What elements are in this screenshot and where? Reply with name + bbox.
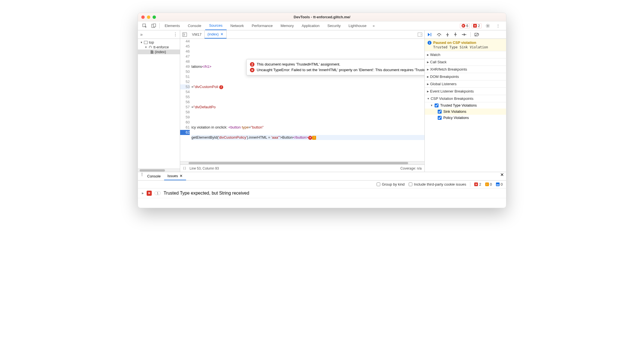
debugger-panel: iPaused on CSP violation Trusted Type Si…: [424, 30, 506, 172]
tree-top[interactable]: ▼top: [138, 40, 180, 45]
tab-performance[interactable]: Performance: [248, 21, 276, 30]
main-tabbar: Elements Console Sources Network Perform…: [138, 21, 506, 30]
drawer-menu-icon[interactable]: ⋮: [140, 172, 144, 180]
svg-rect-4: [144, 41, 147, 44]
third-party-checkbox[interactable]: Include third-party cookie issues: [409, 182, 466, 186]
navigator-head: » ⋮: [138, 30, 180, 39]
file-tabs: VM17 (index)✕: [180, 30, 424, 39]
drawer-toolbar: Group by kind Include third-party cookie…: [138, 181, 506, 188]
tab-application[interactable]: Application: [298, 21, 324, 30]
tree-file-index[interactable]: (index): [138, 49, 180, 54]
nav-sidebar-icon[interactable]: [180, 30, 189, 39]
deactivate-bp-icon[interactable]: [475, 33, 479, 37]
error-icon: ✕: [250, 68, 254, 72]
checkbox-sink[interactable]: [438, 110, 442, 114]
error-count: 6: [466, 24, 468, 28]
section-csp[interactable]: ▼CSP Violation Breakpoints: [425, 95, 506, 102]
pause-banner: iPaused on CSP violation Trusted Type Si…: [425, 39, 506, 51]
issue-row-1[interactable]: ▶ ✕ 1 Trusted Type expected, but String …: [138, 188, 506, 198]
svg-text:i: i: [429, 41, 430, 44]
step-icon[interactable]: [461, 33, 466, 37]
file-tab-vm17[interactable]: VM17: [189, 30, 205, 39]
csp-trusted-types[interactable]: ▼Trusted Type Violations: [425, 102, 506, 109]
csp-policy[interactable]: Policy Violations: [425, 115, 506, 121]
warning-icon[interactable]: !: [312, 136, 316, 140]
svg-rect-2: [153, 24, 156, 27]
checkbox-trusted-types[interactable]: [435, 103, 439, 107]
inspect-icon[interactable]: [140, 21, 149, 30]
svg-point-11: [455, 33, 456, 33]
editor-hscrollbar[interactable]: [180, 161, 424, 165]
issue-error-icon: ✕: [147, 191, 152, 196]
issues-badge[interactable]: ✕2: [471, 23, 482, 28]
navigator-scrollbar[interactable]: [138, 168, 180, 172]
tab-security[interactable]: Security: [323, 21, 345, 30]
drawer-warn-count: !0: [485, 182, 492, 186]
traffic-lights: [141, 15, 156, 19]
tab-console[interactable]: Console: [184, 21, 205, 30]
section-watch[interactable]: ▶Watch: [425, 51, 506, 58]
gutter: 44454647484950515253545556575859606162: [180, 39, 191, 161]
resume-icon[interactable]: [428, 33, 433, 37]
issue-count: 1: [155, 191, 161, 195]
more-tabs-icon[interactable]: »: [370, 21, 377, 30]
close-icon[interactable]: [141, 15, 145, 19]
step-into-icon[interactable]: [446, 33, 450, 37]
drawer: ⋮ Console Issues✕ ✕ Group by kind Includ…: [138, 172, 506, 208]
drawer-error-count: ✕2: [474, 182, 481, 186]
close-drawer-icon[interactable]: ✕: [500, 172, 504, 180]
tab-lighthouse[interactable]: Lighthouse: [345, 21, 370, 30]
drawer-tabs: ⋮ Console Issues✕ ✕: [138, 172, 506, 181]
pause-subtitle: Trusted Type Sink Violation: [428, 45, 506, 49]
tooltip-msg-2: Uncaught TypeError: Failed to set the 'i…: [257, 68, 424, 72]
drawer-tab-issues[interactable]: Issues✕: [164, 172, 186, 180]
section-global[interactable]: ▶Global Listeners: [425, 80, 506, 88]
error-badge[interactable]: ✕6: [460, 23, 470, 28]
step-over-icon[interactable]: [437, 33, 442, 37]
close-tab-icon[interactable]: ✕: [220, 32, 223, 36]
close-drawer-tab-icon[interactable]: ✕: [180, 174, 183, 178]
tab-sources[interactable]: Sources: [205, 21, 227, 30]
minimize-icon[interactable]: [147, 15, 150, 19]
maximize-icon[interactable]: [153, 15, 156, 19]
svg-point-10: [447, 36, 448, 37]
menu-icon[interactable]: ⋮: [494, 24, 502, 28]
tab-network[interactable]: Network: [227, 21, 248, 30]
editor-panel: VM17 (index)✕ 44454647484950515253545556…: [180, 30, 424, 172]
tab-elements[interactable]: Elements: [161, 21, 184, 30]
section-dom[interactable]: ▶DOM Breakpoints: [425, 73, 506, 80]
section-callstack[interactable]: ▶Call Stack: [425, 58, 506, 66]
error-icon[interactable]: 2: [219, 85, 223, 89]
svg-point-12: [466, 34, 466, 35]
device-icon[interactable]: [149, 21, 158, 30]
tree-domain[interactable]: ▼tt-enforce: [138, 45, 180, 49]
tab-memory[interactable]: Memory: [277, 21, 298, 30]
issues-count: 2: [478, 24, 480, 28]
svg-point-3: [487, 25, 489, 26]
file-tab-index[interactable]: (index)✕: [205, 30, 227, 39]
group-by-kind-checkbox[interactable]: Group by kind: [377, 182, 405, 186]
code-content: lations</h1> ="divCustomPoli 2 ="divDefa…: [191, 39, 424, 161]
section-event[interactable]: ▶Event Listener Breakpoints: [425, 88, 506, 95]
more-navs-icon[interactable]: »: [140, 32, 143, 37]
csp-sink[interactable]: Sink Violations: [425, 109, 506, 115]
drawer-tab-console[interactable]: Console: [144, 172, 164, 180]
error-icon[interactable]: ✕: [308, 136, 312, 140]
gear-icon[interactable]: [483, 24, 492, 28]
issue-text: Trusted Type expected, but String receiv…: [164, 191, 249, 196]
checkbox-policy[interactable]: [438, 116, 442, 120]
svg-rect-8: [431, 33, 431, 36]
code-editor[interactable]: 44454647484950515253545556575859606162 l…: [180, 39, 424, 161]
error-count-icon: 2: [250, 62, 254, 67]
coverage-status: Coverage: n/a: [401, 166, 422, 170]
pretty-print-icon[interactable]: {}: [183, 166, 186, 170]
svg-rect-5: [183, 33, 187, 36]
navigator-menu-icon[interactable]: ⋮: [173, 32, 178, 37]
body: » ⋮ ▼top ▼tt-enforce (index) VM17 (index…: [138, 30, 506, 172]
run-snippet-icon[interactable]: [415, 30, 424, 39]
step-out-icon[interactable]: [453, 33, 457, 37]
svg-point-9: [439, 35, 440, 36]
navigator-panel: » ⋮ ▼top ▼tt-enforce (index): [138, 30, 180, 172]
editor-footer: {} Line 53, Column 93 Coverage: n/a: [180, 165, 424, 172]
section-xhr[interactable]: ▶XHR/fetch Breakpoints: [425, 66, 506, 73]
